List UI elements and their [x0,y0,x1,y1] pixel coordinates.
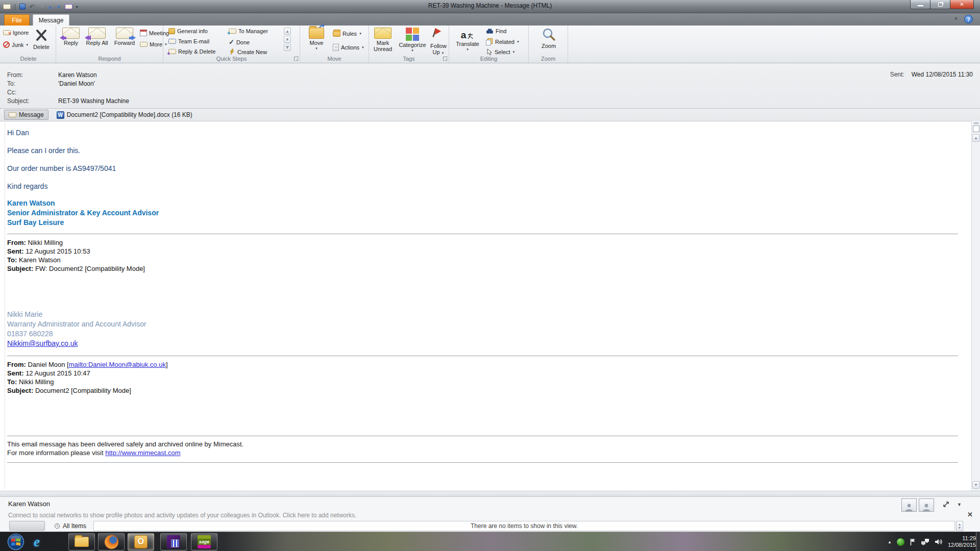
mailto-link[interactable]: mailto:Daniel.Moon@abiuk.co.uk [69,361,166,368]
categorize-button[interactable]: Categorize▼ [397,27,428,52]
scroll-up-icon[interactable]: ▲ [972,134,979,142]
volume-icon[interactable] [935,538,943,545]
mail-icon [3,4,11,9]
reply-all-button[interactable]: Reply All [85,27,109,46]
ribbon-group-editing: a Translate▼ Find Related▼ Select▼ [449,26,529,63]
quickstep-reply-delete[interactable]: Reply & Delete [168,48,215,55]
close-social-bar-icon[interactable]: ✕ [967,511,973,518]
email-link[interactable]: Nikkim@surfbay.co.uk [7,339,78,347]
minimize-button[interactable] [910,0,930,9]
quickstep-create-new[interactable]: Create New [229,48,267,55]
move-down-icon[interactable]: ▼ [56,4,61,10]
avatar[interactable] [901,498,917,512]
avatar[interactable] [919,498,934,512]
all-items-tab[interactable]: All Items [54,522,86,530]
delete-x-icon [34,28,48,43]
reply-icon [62,28,80,39]
related-button[interactable]: Related▼ [486,38,520,45]
zoom-button[interactable]: Zoom [536,27,561,49]
tray-green-status-icon[interactable] [897,538,904,546]
done-check-icon: ✓ [229,38,234,46]
network-icon[interactable] [921,538,929,545]
translate-button[interactable]: a Translate▼ [453,27,482,51]
message-tab-icon [9,112,16,117]
forward-button[interactable]: Forward [111,27,138,46]
show-desktop-button[interactable] [976,532,980,551]
translate-icon: a [461,28,475,40]
quickstep-to-manager[interactable]: To Manager [229,28,268,34]
tab-message[interactable]: Message [33,14,69,26]
move-up-icon[interactable]: ▲ [47,4,53,10]
ignore-icon: ✕ [3,30,11,35]
move-button[interactable]: Move▼ [305,27,328,50]
from-row: From:Karen Watson [7,71,97,79]
action-center-flag-icon[interactable] [910,538,916,546]
customize-qat-icon[interactable]: ▾ [76,5,78,9]
quickstep-done[interactable]: ✓ Done [229,38,250,46]
delete-button[interactable]: Delete [29,27,54,50]
ribbon-group-quick-steps: General info Team E-mail Reply & Delete … [163,26,300,63]
word-doc-icon: W [57,111,64,119]
body-scrollbar[interactable]: ▲ ▼ [971,121,980,491]
taskbar-outlook[interactable]: O [128,533,154,550]
mimecast-link[interactable]: http://www.mimecast.com [105,449,180,457]
find-button[interactable]: Find [486,28,506,34]
follow-up-button[interactable]: FollowUp ▼ [428,27,449,55]
social-connect-text[interactable]: Connect to social networks to show profi… [8,512,356,519]
taskbar-firefox[interactable] [98,533,125,550]
quick-access-toolbar: | ↶ ↷ ▲ ▼ ▾ [3,2,78,12]
person-silhouette-icon [922,503,931,511]
empty-list-text: There are no items to show in this view. [471,522,578,530]
titlebar: | ↶ ↷ ▲ ▼ ▾ RET-39 Washing Machine - Mes… [0,0,980,13]
body-paragraph: Our order number is AS9497/5041 [7,164,958,172]
restore-button[interactable] [930,0,950,9]
message-view-tab[interactable]: Message [4,110,48,120]
rules-button[interactable]: Rules▼ [333,31,362,37]
attachment-item[interactable]: W Document2 [Compatibility Mode].docx (1… [54,110,195,120]
group-caption-zoom: Zoom [529,56,568,62]
help-icon[interactable]: ? [964,15,973,23]
ribbon-group-zoom: Zoom Zoom [529,26,568,63]
tab-file[interactable]: File [4,14,30,26]
pane-splitter[interactable] [0,491,980,497]
undo-icon[interactable]: ↶ [29,3,35,11]
ribbon-tab-row: File Message ˄ ? [0,13,980,26]
mark-unread-button[interactable]: MarkUnread [370,27,396,52]
taskbar-app-purple[interactable] [160,533,187,550]
quickstep-team-email[interactable]: Team E-mail [168,38,209,44]
quoted-header-2: From: Daniel Moon [mailto:Daniel.Moon@ab… [7,360,958,395]
taskbar-clock[interactable]: 11:29 12/08/2015 [948,535,976,548]
taskbar-sage[interactable]: sage [191,533,217,550]
taskbar: e O sage ▲ 11:29 12/08/2015 [0,532,980,551]
minimize-ribbon-icon[interactable]: ˄ [954,16,958,21]
mark-unread-icon [374,28,391,39]
forward-icon [116,28,133,39]
outlook-icon: O [134,535,148,548]
scroll-down-icon[interactable]: ▼ [972,481,979,489]
quick-steps-scroll[interactable]: ▲ ▼ ▼ [284,28,291,51]
people-pane-button[interactable] [9,521,45,531]
ribbon-group-tags: MarkUnread Categorize▼ FollowUp ▼ Tags [369,26,449,63]
ignore-button[interactable]: ✕ Ignore [3,30,29,36]
reply-button[interactable]: Reply [59,27,83,46]
pane-grip[interactable] [974,122,978,124]
people-pane-contact-name: Karen Watson [8,500,50,508]
people-pane: Karen Watson ▼ Connect to social network… [0,497,980,532]
list-scroll-spinner[interactable]: ▲▼ [956,521,963,531]
chevron-down-icon[interactable]: ▼ [957,502,962,507]
close-button[interactable]: ✕ [950,0,974,9]
actions-button[interactable]: Actions▼ [333,44,364,51]
quickstep-general-info[interactable]: General info [168,28,208,34]
junk-button[interactable]: Junk▼ [3,41,29,48]
send-receive-icon[interactable] [65,4,72,9]
find-icon [486,28,494,34]
reading-pane-icon[interactable] [973,126,979,132]
select-button[interactable]: Select▼ [486,48,516,56]
expand-people-pane-icon[interactable] [943,501,949,509]
group-caption-respond: Respond [56,56,163,62]
start-button[interactable] [7,533,24,550]
tray-expand-icon[interactable]: ▲ [888,540,892,544]
taskbar-windows-explorer[interactable] [68,533,95,550]
internet-explorer-icon[interactable]: e [34,534,40,550]
save-icon[interactable] [19,4,26,10]
